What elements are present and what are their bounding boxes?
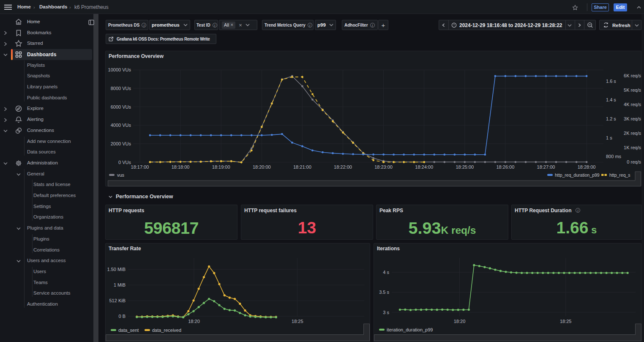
- svg-text:4 s: 4 s: [383, 270, 389, 275]
- svg-text:iteration_duration_p99: iteration_duration_p99: [387, 327, 433, 332]
- svg-text:18:25: 18:25: [292, 319, 303, 324]
- svg-text:1 MiB: 1 MiB: [114, 282, 126, 287]
- svg-text:data_sent: data_sent: [118, 328, 139, 333]
- svg-text:0 B: 0 B: [118, 314, 126, 319]
- svg-text:18:25: 18:25: [560, 319, 572, 324]
- svg-text:3.5 s: 3.5 s: [379, 290, 389, 295]
- svg-text:18:20: 18:20: [454, 319, 466, 324]
- svg-text:18:20: 18:20: [188, 319, 200, 324]
- svg-text:data_received: data_received: [152, 328, 181, 333]
- svg-text:512 KiB: 512 KiB: [109, 298, 126, 303]
- svg-text:1.50 MiB: 1.50 MiB: [107, 267, 126, 272]
- svg-text:3 s: 3 s: [383, 310, 389, 315]
